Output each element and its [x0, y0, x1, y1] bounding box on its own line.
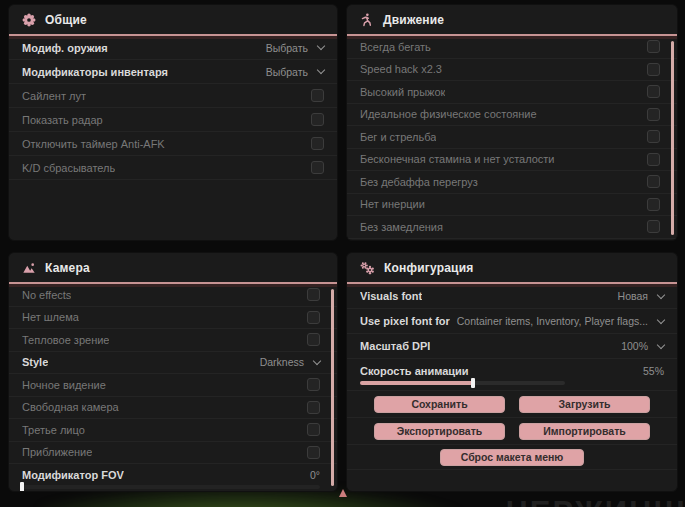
- chevron-down-icon: [317, 42, 325, 50]
- dropdown-value: 100%: [621, 340, 648, 352]
- gears-icon: [360, 261, 375, 275]
- settings-row: Без дебаффа перегруз: [347, 171, 677, 194]
- row-label: Без дебаффа перегруз: [360, 176, 478, 188]
- dropdown-value: Container items, Inventory, Player flags…: [457, 315, 648, 327]
- dropdown[interactable]: Выбрать: [266, 66, 324, 78]
- row-label: Нет инерции: [360, 198, 425, 210]
- checkbox[interactable]: [647, 85, 660, 98]
- scrollbar[interactable]: [331, 289, 334, 486]
- row-label: Модификаторы инвентаря: [22, 66, 168, 78]
- dropdown[interactable]: Container items, Inventory, Player flags…: [457, 315, 664, 327]
- gear-icon: [22, 13, 36, 27]
- settings-row: Бег и стрельба: [347, 126, 677, 149]
- action-button[interactable]: Загрузить: [519, 396, 650, 413]
- settings-row: Модификатор FOV0°: [9, 464, 337, 492]
- panel-camera: Камера No effectsНет шлемаТепловое зрени…: [8, 252, 338, 492]
- settings-row: Сброс макета меню: [347, 445, 677, 470]
- checkbox[interactable]: [647, 108, 660, 121]
- panel-general: Общие Модиф. оружияВыбратьМодификаторы и…: [8, 4, 338, 241]
- checkbox[interactable]: [307, 378, 320, 391]
- checkbox[interactable]: [311, 161, 324, 174]
- row-label: Style: [22, 356, 48, 368]
- panel-title: Конфигурация: [384, 261, 473, 275]
- action-button[interactable]: Сохранить: [374, 396, 505, 413]
- settings-row: Модификаторы инвентаряВыбрать: [9, 60, 337, 84]
- slider-track[interactable]: [22, 485, 320, 489]
- settings-row: Без замедления: [347, 216, 677, 239]
- checkbox[interactable]: [647, 63, 660, 76]
- settings-row: No effects: [9, 284, 337, 307]
- checkbox[interactable]: [307, 423, 320, 436]
- checkbox[interactable]: [307, 288, 320, 301]
- row-label: Показать радар: [22, 114, 103, 126]
- panel-config: Конфигурация Visuals fontНоваяUse pixel …: [346, 252, 678, 492]
- action-button[interactable]: Экспортировать: [374, 423, 505, 440]
- settings-row: Масштаб DPI100%: [347, 334, 677, 359]
- settings-row: ЭкспортироватьИмпортировать: [347, 418, 677, 445]
- row-label: Модиф. оружия: [22, 42, 108, 54]
- dropdown-value: Выбрать: [266, 42, 308, 54]
- chevron-down-icon: [313, 357, 321, 365]
- settings-row: Скорость анимации55%: [347, 359, 677, 391]
- checkbox[interactable]: [647, 153, 660, 166]
- row-label: Сайлент лут: [22, 90, 86, 102]
- mod-menu-screen: ЧЕРЖИНШЕ Общие Модиф. оружияВыбратьМодиф: [0, 0, 685, 507]
- row-label: Идеальное физическое состояние: [360, 108, 537, 120]
- dropdown[interactable]: 100%: [621, 340, 664, 352]
- dropdown-value: Выбрать: [266, 66, 308, 78]
- row-label: Отключить таймер Anti-AFK: [22, 138, 165, 150]
- checkbox[interactable]: [647, 40, 660, 53]
- slider-track[interactable]: [360, 381, 565, 385]
- settings-row: Идеальное физическое состояние: [347, 104, 677, 127]
- row-label: Масштаб DPI: [360, 340, 430, 352]
- settings-row: Use pixel font forContainer items, Inven…: [347, 309, 677, 334]
- panel-movement: Движение Всегда бегатьSpeed hack x2.3Выс…: [346, 4, 678, 241]
- row-label: Нет шлема: [22, 311, 79, 323]
- row-label: Бег и стрельба: [360, 131, 436, 143]
- checkbox[interactable]: [311, 113, 324, 126]
- scrollbar[interactable]: [671, 41, 674, 235]
- action-button[interactable]: Импортировать: [519, 423, 650, 440]
- checkbox[interactable]: [647, 220, 660, 233]
- dropdown[interactable]: Новая: [618, 290, 664, 302]
- row-label: K/D сбрасыватель: [22, 162, 115, 174]
- checkbox[interactable]: [311, 89, 324, 102]
- checkbox[interactable]: [647, 175, 660, 188]
- background-triangle-decoration: [339, 489, 347, 497]
- row-label: Visuals font: [360, 290, 422, 302]
- panel-general-header[interactable]: Общие: [9, 5, 337, 36]
- settings-row: Тепловое зрение: [9, 329, 337, 352]
- row-label: Ночное видение: [22, 379, 106, 391]
- slider-handle[interactable]: [20, 482, 24, 492]
- background-watermark: ЧЕРЖИНШЕ: [506, 495, 685, 507]
- dropdown[interactable]: Выбрать: [266, 42, 324, 54]
- row-label: Модификатор FOV: [22, 469, 124, 481]
- row-label: Третье лицо: [22, 424, 85, 436]
- panel-config-header[interactable]: Конфигурация: [347, 253, 677, 284]
- row-label: Speed hack x2.3: [360, 63, 442, 75]
- settings-row: Отключить таймер Anti-AFK: [9, 132, 337, 156]
- checkbox[interactable]: [307, 401, 320, 414]
- row-label: Высокий прыжок: [360, 86, 445, 98]
- action-button[interactable]: Сброс макета меню: [440, 449, 585, 466]
- slider-value: 0°: [310, 469, 320, 481]
- checkbox[interactable]: [647, 130, 660, 143]
- slider-handle[interactable]: [471, 378, 475, 388]
- settings-row: Показать радар: [9, 108, 337, 132]
- checkbox[interactable]: [307, 333, 320, 346]
- panel-camera-header[interactable]: Камера: [9, 253, 337, 284]
- settings-row: Высокий прыжок: [347, 81, 677, 104]
- settings-row: Нет инерции: [347, 194, 677, 217]
- checkbox[interactable]: [307, 446, 320, 459]
- chevron-down-icon: [657, 340, 665, 348]
- chevron-down-icon: [657, 315, 665, 323]
- settings-row: Всегда бегать: [347, 36, 677, 59]
- row-label: Приближение: [22, 446, 92, 458]
- row-label: Свободная камера: [22, 401, 119, 413]
- checkbox[interactable]: [307, 311, 320, 324]
- checkbox[interactable]: [311, 137, 324, 150]
- checkbox[interactable]: [647, 198, 660, 211]
- dropdown[interactable]: Darkness: [260, 356, 320, 368]
- settings-row: K/D сбрасыватель: [9, 156, 337, 180]
- panel-movement-header[interactable]: Движение: [347, 5, 677, 36]
